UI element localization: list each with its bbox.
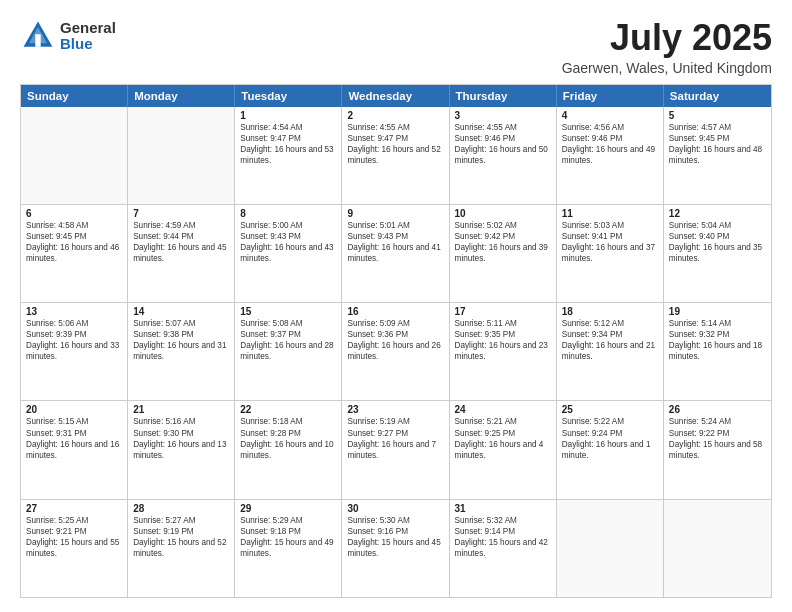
calendar-cell: 31Sunrise: 5:32 AM Sunset: 9:14 PM Dayli… — [450, 500, 557, 597]
calendar-cell: 21Sunrise: 5:16 AM Sunset: 9:30 PM Dayli… — [128, 401, 235, 498]
calendar-cell: 25Sunrise: 5:22 AM Sunset: 9:24 PM Dayli… — [557, 401, 664, 498]
calendar-row-3: 20Sunrise: 5:15 AM Sunset: 9:31 PM Dayli… — [21, 400, 771, 498]
cell-info: Sunrise: 5:30 AM Sunset: 9:16 PM Dayligh… — [347, 515, 443, 559]
page: General Blue July 2025 Gaerwen, Wales, U… — [0, 0, 792, 612]
cell-info: Sunrise: 5:18 AM Sunset: 9:28 PM Dayligh… — [240, 416, 336, 460]
calendar-cell: 23Sunrise: 5:19 AM Sunset: 9:27 PM Dayli… — [342, 401, 449, 498]
cell-info: Sunrise: 4:55 AM Sunset: 9:47 PM Dayligh… — [347, 122, 443, 166]
day-number: 29 — [240, 503, 336, 514]
day-number: 3 — [455, 110, 551, 121]
calendar-cell: 1Sunrise: 4:54 AM Sunset: 9:47 PM Daylig… — [235, 107, 342, 204]
calendar-cell: 11Sunrise: 5:03 AM Sunset: 9:41 PM Dayli… — [557, 205, 664, 302]
cell-info: Sunrise: 5:27 AM Sunset: 9:19 PM Dayligh… — [133, 515, 229, 559]
day-number: 13 — [26, 306, 122, 317]
day-number: 22 — [240, 404, 336, 415]
day-number: 30 — [347, 503, 443, 514]
cell-info: Sunrise: 5:02 AM Sunset: 9:42 PM Dayligh… — [455, 220, 551, 264]
day-number: 5 — [669, 110, 766, 121]
calendar-cell: 22Sunrise: 5:18 AM Sunset: 9:28 PM Dayli… — [235, 401, 342, 498]
calendar-cell: 30Sunrise: 5:30 AM Sunset: 9:16 PM Dayli… — [342, 500, 449, 597]
calendar-cell — [664, 500, 771, 597]
cell-info: Sunrise: 5:19 AM Sunset: 9:27 PM Dayligh… — [347, 416, 443, 460]
calendar-cell: 13Sunrise: 5:06 AM Sunset: 9:39 PM Dayli… — [21, 303, 128, 400]
day-number: 25 — [562, 404, 658, 415]
cell-info: Sunrise: 5:09 AM Sunset: 9:36 PM Dayligh… — [347, 318, 443, 362]
cell-info: Sunrise: 5:29 AM Sunset: 9:18 PM Dayligh… — [240, 515, 336, 559]
calendar: SundayMondayTuesdayWednesdayThursdayFrid… — [20, 84, 772, 598]
day-number: 19 — [669, 306, 766, 317]
day-number: 4 — [562, 110, 658, 121]
cell-info: Sunrise: 5:04 AM Sunset: 9:40 PM Dayligh… — [669, 220, 766, 264]
cell-info: Sunrise: 5:16 AM Sunset: 9:30 PM Dayligh… — [133, 416, 229, 460]
day-number: 10 — [455, 208, 551, 219]
cell-info: Sunrise: 4:57 AM Sunset: 9:45 PM Dayligh… — [669, 122, 766, 166]
calendar-header: SundayMondayTuesdayWednesdayThursdayFrid… — [21, 85, 771, 107]
cell-info: Sunrise: 5:00 AM Sunset: 9:43 PM Dayligh… — [240, 220, 336, 264]
day-number: 12 — [669, 208, 766, 219]
calendar-cell: 16Sunrise: 5:09 AM Sunset: 9:36 PM Dayli… — [342, 303, 449, 400]
day-number: 18 — [562, 306, 658, 317]
calendar-cell: 9Sunrise: 5:01 AM Sunset: 9:43 PM Daylig… — [342, 205, 449, 302]
day-number: 28 — [133, 503, 229, 514]
day-number: 21 — [133, 404, 229, 415]
day-number: 8 — [240, 208, 336, 219]
day-number: 9 — [347, 208, 443, 219]
calendar-cell: 14Sunrise: 5:07 AM Sunset: 9:38 PM Dayli… — [128, 303, 235, 400]
calendar-cell — [557, 500, 664, 597]
title-block: July 2025 Gaerwen, Wales, United Kingdom — [562, 18, 772, 76]
cell-info: Sunrise: 4:56 AM Sunset: 9:46 PM Dayligh… — [562, 122, 658, 166]
cell-info: Sunrise: 5:08 AM Sunset: 9:37 PM Dayligh… — [240, 318, 336, 362]
main-title: July 2025 — [562, 18, 772, 58]
cell-info: Sunrise: 5:06 AM Sunset: 9:39 PM Dayligh… — [26, 318, 122, 362]
cell-info: Sunrise: 5:21 AM Sunset: 9:25 PM Dayligh… — [455, 416, 551, 460]
day-number: 17 — [455, 306, 551, 317]
calendar-cell: 18Sunrise: 5:12 AM Sunset: 9:34 PM Dayli… — [557, 303, 664, 400]
calendar-cell: 2Sunrise: 4:55 AM Sunset: 9:47 PM Daylig… — [342, 107, 449, 204]
calendar-cell: 12Sunrise: 5:04 AM Sunset: 9:40 PM Dayli… — [664, 205, 771, 302]
header-day-friday: Friday — [557, 85, 664, 107]
day-number: 20 — [26, 404, 122, 415]
calendar-row-0: 1Sunrise: 4:54 AM Sunset: 9:47 PM Daylig… — [21, 107, 771, 204]
day-number: 15 — [240, 306, 336, 317]
cell-info: Sunrise: 4:55 AM Sunset: 9:46 PM Dayligh… — [455, 122, 551, 166]
header-day-saturday: Saturday — [664, 85, 771, 107]
calendar-row-4: 27Sunrise: 5:25 AM Sunset: 9:21 PM Dayli… — [21, 499, 771, 597]
subtitle: Gaerwen, Wales, United Kingdom — [562, 60, 772, 76]
calendar-cell: 24Sunrise: 5:21 AM Sunset: 9:25 PM Dayli… — [450, 401, 557, 498]
logo-general: General — [60, 20, 116, 37]
calendar-cell: 26Sunrise: 5:24 AM Sunset: 9:22 PM Dayli… — [664, 401, 771, 498]
logo-blue: Blue — [60, 36, 116, 53]
cell-info: Sunrise: 4:59 AM Sunset: 9:44 PM Dayligh… — [133, 220, 229, 264]
calendar-row-2: 13Sunrise: 5:06 AM Sunset: 9:39 PM Dayli… — [21, 302, 771, 400]
day-number: 14 — [133, 306, 229, 317]
day-number: 16 — [347, 306, 443, 317]
cell-info: Sunrise: 5:03 AM Sunset: 9:41 PM Dayligh… — [562, 220, 658, 264]
cell-info: Sunrise: 5:07 AM Sunset: 9:38 PM Dayligh… — [133, 318, 229, 362]
calendar-cell: 29Sunrise: 5:29 AM Sunset: 9:18 PM Dayli… — [235, 500, 342, 597]
calendar-cell: 27Sunrise: 5:25 AM Sunset: 9:21 PM Dayli… — [21, 500, 128, 597]
calendar-cell: 19Sunrise: 5:14 AM Sunset: 9:32 PM Dayli… — [664, 303, 771, 400]
header-day-thursday: Thursday — [450, 85, 557, 107]
calendar-cell: 5Sunrise: 4:57 AM Sunset: 9:45 PM Daylig… — [664, 107, 771, 204]
calendar-cell: 6Sunrise: 4:58 AM Sunset: 9:45 PM Daylig… — [21, 205, 128, 302]
logo-text: General Blue — [60, 20, 116, 53]
day-number: 24 — [455, 404, 551, 415]
header-day-wednesday: Wednesday — [342, 85, 449, 107]
calendar-cell: 10Sunrise: 5:02 AM Sunset: 9:42 PM Dayli… — [450, 205, 557, 302]
calendar-cell: 15Sunrise: 5:08 AM Sunset: 9:37 PM Dayli… — [235, 303, 342, 400]
cell-info: Sunrise: 5:11 AM Sunset: 9:35 PM Dayligh… — [455, 318, 551, 362]
logo-icon — [20, 18, 56, 54]
cell-info: Sunrise: 5:14 AM Sunset: 9:32 PM Dayligh… — [669, 318, 766, 362]
calendar-cell: 20Sunrise: 5:15 AM Sunset: 9:31 PM Dayli… — [21, 401, 128, 498]
cell-info: Sunrise: 5:32 AM Sunset: 9:14 PM Dayligh… — [455, 515, 551, 559]
calendar-cell — [21, 107, 128, 204]
day-number: 23 — [347, 404, 443, 415]
svg-rect-2 — [35, 34, 40, 47]
calendar-cell — [128, 107, 235, 204]
calendar-body: 1Sunrise: 4:54 AM Sunset: 9:47 PM Daylig… — [21, 107, 771, 597]
calendar-cell: 8Sunrise: 5:00 AM Sunset: 9:43 PM Daylig… — [235, 205, 342, 302]
day-number: 11 — [562, 208, 658, 219]
logo: General Blue — [20, 18, 116, 54]
header-day-monday: Monday — [128, 85, 235, 107]
header-day-tuesday: Tuesday — [235, 85, 342, 107]
